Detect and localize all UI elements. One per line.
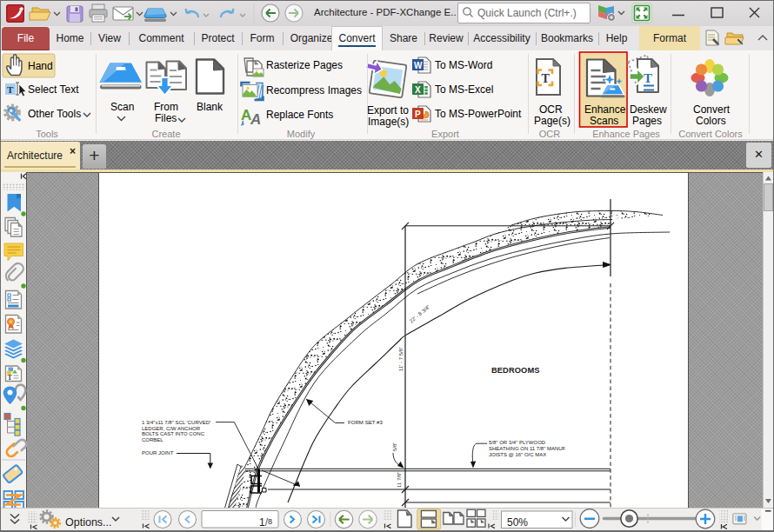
svg-text:Rasterize Pages: Rasterize Pages — [266, 59, 343, 71]
svg-text:To MS-Excel: To MS-Excel — [435, 83, 493, 96]
svg-text:11' - 7 5/8": 11' - 7 5/8" — [398, 347, 404, 371]
svg-text:T: T — [8, 374, 13, 382]
svg-text:To MS-PowerPoint: To MS-PowerPoint — [435, 108, 522, 120]
svg-text:To MS-Word: To MS-Word — [435, 59, 492, 71]
svg-text:T: T — [542, 72, 550, 85]
svg-text:1 3/4"x11 7/8" SCL 'CURVED': 1 3/4"x11 7/8" SCL 'CURVED' — [142, 420, 210, 425]
svg-text:Files: Files — [155, 112, 177, 124]
svg-text:Other Tools: Other Tools — [28, 108, 81, 120]
svg-text:Page(s): Page(s) — [534, 115, 570, 127]
svg-text:Pages: Pages — [632, 115, 662, 127]
svg-text:5/8" OR 3/4" PLYWOOD: 5/8" OR 3/4" PLYWOOD — [489, 440, 546, 445]
svg-text:BOLTS CAST INTO CONC: BOLTS CAST INTO CONC — [142, 431, 205, 436]
svg-text:FORM SET #3: FORM SET #3 — [348, 419, 383, 425]
svg-text:JOISTS @ 16" O/C MAX: JOISTS @ 16" O/C MAX — [489, 452, 546, 457]
svg-text:22' - 8 3/4": 22' - 8 3/4" — [409, 304, 431, 324]
svg-text:Recompress Images: Recompress Images — [266, 84, 362, 96]
svg-text:Hand: Hand — [28, 60, 53, 72]
svg-text:POUR JOINT: POUR JOINT — [142, 450, 174, 456]
svg-text:X: X — [415, 85, 421, 95]
svg-text:Scans: Scans — [590, 115, 618, 127]
svg-text:Enhance: Enhance — [584, 103, 626, 116]
svg-text:Deskew: Deskew — [630, 103, 667, 116]
svg-text:OCR: OCR — [539, 103, 563, 116]
svg-text:Scan: Scan — [110, 101, 134, 113]
svg-text:Colors: Colors — [696, 115, 726, 127]
svg-text:Image(s): Image(s) — [368, 116, 409, 128]
svg-text:A: A — [250, 111, 261, 128]
svg-text:P: P — [415, 110, 421, 119]
svg-text:5/8": 5/8" — [392, 442, 397, 451]
svg-text:Export to: Export to — [367, 104, 409, 116]
svg-text:T: T — [644, 71, 652, 85]
svg-text:CORBEL: CORBEL — [142, 437, 163, 442]
svg-text:Select Text: Select Text — [28, 83, 79, 96]
svg-text:Replace Fonts: Replace Fonts — [266, 109, 333, 121]
svg-text:LEDGER, C/W ANCHOR: LEDGER, C/W ANCHOR — [142, 426, 201, 431]
svg-text:T: T — [7, 84, 14, 95]
svg-text:W: W — [414, 61, 423, 70]
svg-text:11 7/8": 11 7/8" — [397, 472, 402, 488]
svg-text:Blank: Blank — [197, 101, 224, 113]
svg-text:From: From — [154, 101, 178, 113]
svg-text:Convert: Convert — [693, 103, 731, 116]
svg-text:BEDROOMS: BEDROOMS — [491, 366, 540, 375]
svg-text:SHEATHING ON 11 7/8" MANUF: SHEATHING ON 11 7/8" MANUF — [489, 446, 566, 451]
